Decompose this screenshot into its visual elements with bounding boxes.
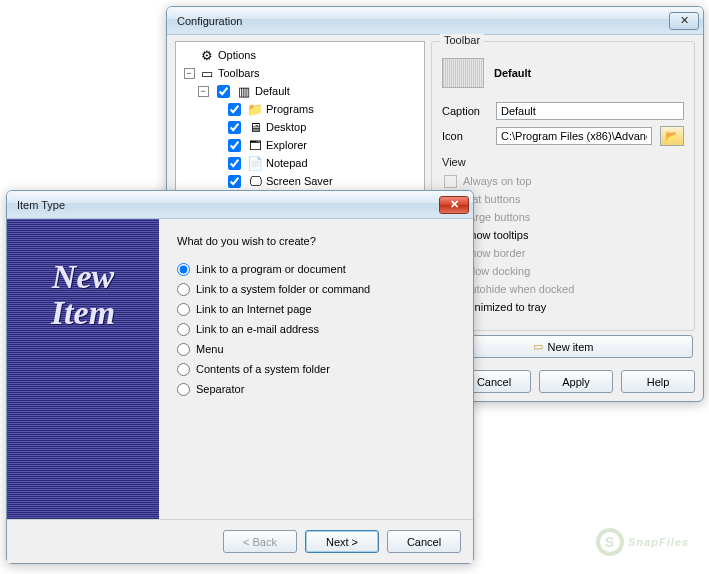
- view-option: Flat buttons: [442, 190, 684, 208]
- wizard-question: What do you wish to create?: [177, 235, 455, 247]
- item-type-radio[interactable]: [177, 383, 190, 396]
- item-type-label: Menu: [196, 343, 224, 355]
- icon-path-input[interactable]: [496, 127, 652, 145]
- item-checkbox[interactable]: [228, 139, 241, 152]
- view-option: Allow docking: [442, 262, 684, 280]
- item-type-dialog: Item Type ✕ NewItem What do you wish to …: [6, 190, 474, 564]
- snapfiles-watermark: S SnapFiles: [596, 528, 689, 556]
- caption-label: Caption: [442, 105, 488, 117]
- wizard-banner: NewItem: [7, 219, 159, 519]
- item-checkbox[interactable]: [228, 157, 241, 170]
- item-type-radio[interactable]: [177, 323, 190, 336]
- next-button[interactable]: Next >: [305, 530, 379, 553]
- configuration-title: Configuration: [177, 15, 242, 27]
- toolbar-preview-name: Default: [494, 67, 531, 79]
- item-type-title: Item Type: [17, 199, 65, 211]
- item-type-label: Link to a system folder or command: [196, 283, 370, 295]
- item-type-label: Link to an e-mail address: [196, 323, 319, 335]
- item-type-label: Link to a program or document: [196, 263, 346, 275]
- item-icon: 🗔: [247, 137, 263, 153]
- folder-icon: 📂: [665, 130, 679, 143]
- item-checkbox[interactable]: [228, 103, 241, 116]
- view-option-label: Minimized to tray: [463, 301, 546, 313]
- watermark-text: SnapFiles: [628, 536, 689, 548]
- view-option: Always on top: [442, 172, 684, 190]
- tree-item[interactable]: 🗔Explorer: [178, 136, 422, 154]
- collapse-icon[interactable]: −: [198, 86, 209, 97]
- view-option-label: Always on top: [463, 175, 531, 187]
- toolbars-icon: ▭: [199, 65, 215, 81]
- item-type-radio[interactable]: [177, 343, 190, 356]
- watermark-icon: S: [596, 528, 624, 556]
- view-option: Large buttons: [442, 208, 684, 226]
- tree-item[interactable]: 📄Notepad: [178, 154, 422, 172]
- item-type-radio[interactable]: [177, 263, 190, 276]
- tree-root[interactable]: ⚙ Options: [178, 46, 422, 64]
- help-button[interactable]: Help: [621, 370, 695, 393]
- caption-input[interactable]: [496, 102, 684, 120]
- tree-label: Options: [218, 49, 256, 61]
- item-icon: 📁: [247, 101, 263, 117]
- item-type-radio[interactable]: [177, 363, 190, 376]
- tree-label: Toolbars: [218, 67, 260, 79]
- tree-label: Default: [255, 85, 290, 97]
- view-option[interactable]: Show tooltips: [442, 226, 684, 244]
- item-type-option[interactable]: Separator: [177, 379, 455, 399]
- tree-item[interactable]: 📁Programs: [178, 100, 422, 118]
- item-label: Screen Saver: [266, 175, 333, 187]
- view-checkbox: [444, 175, 457, 188]
- item-type-option[interactable]: Link to a program or document: [177, 259, 455, 279]
- close-icon[interactable]: ✕: [439, 196, 469, 214]
- collapse-icon[interactable]: −: [184, 68, 195, 79]
- view-option: Show border: [442, 244, 684, 262]
- view-option: Autohide when docked: [442, 280, 684, 298]
- close-icon[interactable]: ✕: [669, 12, 699, 30]
- item-type-label: Contents of a system folder: [196, 363, 330, 375]
- view-option[interactable]: Minimized to tray: [442, 298, 684, 316]
- item-icon: 🖥: [247, 119, 263, 135]
- item-label: Programs: [266, 103, 314, 115]
- tree-item[interactable]: 🖥Desktop: [178, 118, 422, 136]
- item-type-radio[interactable]: [177, 303, 190, 316]
- item-type-label: Link to an Internet page: [196, 303, 312, 315]
- back-button[interactable]: < Back: [223, 530, 297, 553]
- browse-icon-button[interactable]: 📂: [660, 126, 684, 146]
- item-icon: 📄: [247, 155, 263, 171]
- item-type-option[interactable]: Link to a system folder or command: [177, 279, 455, 299]
- configuration-titlebar[interactable]: Configuration ✕: [167, 7, 703, 35]
- item-type-option[interactable]: Menu: [177, 339, 455, 359]
- item-label: Notepad: [266, 157, 308, 169]
- options-icon: ⚙: [199, 47, 215, 63]
- icon-label: Icon: [442, 130, 488, 142]
- item-type-option[interactable]: Contents of a system folder: [177, 359, 455, 379]
- apply-button[interactable]: Apply: [539, 370, 613, 393]
- new-item-label: New item: [548, 341, 594, 353]
- wizard-cancel-button[interactable]: Cancel: [387, 530, 461, 553]
- tree-default[interactable]: − ▥ Default: [178, 82, 422, 100]
- view-label: View: [442, 156, 684, 168]
- item-type-titlebar[interactable]: Item Type ✕: [7, 191, 473, 219]
- toolbar-icon: ▥: [236, 83, 252, 99]
- item-checkbox[interactable]: [228, 175, 241, 188]
- item-label: Desktop: [266, 121, 306, 133]
- item-type-label: Separator: [196, 383, 244, 395]
- toolbar-group-legend: Toolbar: [440, 34, 484, 46]
- wizard-banner-text: NewItem: [51, 259, 115, 330]
- item-type-radio[interactable]: [177, 283, 190, 296]
- toolbar-checkbox[interactable]: [217, 85, 230, 98]
- new-item-icon: ▭: [533, 340, 543, 353]
- view-option-label: Autohide when docked: [463, 283, 574, 295]
- toolbar-preview-swatch: [442, 58, 484, 88]
- item-checkbox[interactable]: [228, 121, 241, 134]
- tree-item[interactable]: 🖵Screen Saver: [178, 172, 422, 190]
- tree-toolbars[interactable]: − ▭ Toolbars: [178, 64, 422, 82]
- item-type-option[interactable]: Link to an Internet page: [177, 299, 455, 319]
- item-icon: 🖵: [247, 173, 263, 189]
- item-label: Explorer: [266, 139, 307, 151]
- item-type-option[interactable]: Link to an e-mail address: [177, 319, 455, 339]
